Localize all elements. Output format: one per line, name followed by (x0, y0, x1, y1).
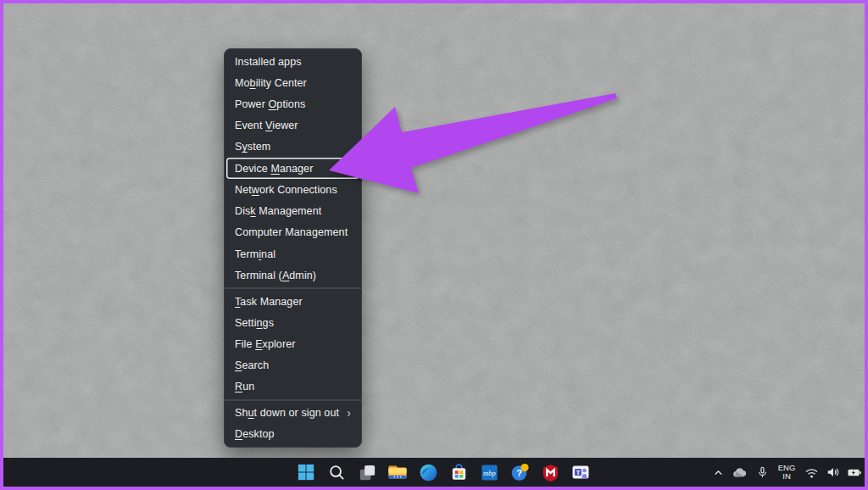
search-icon[interactable] (326, 462, 347, 482)
onedrive-icon[interactable] (732, 465, 749, 479)
menu-item-computer-management[interactable]: Computer Management (225, 222, 361, 243)
desktop: Installed appsMobility CenterPower Optio… (3, 3, 865, 487)
get-help-icon[interactable]: ? (509, 462, 530, 482)
menu-item-label: Search (235, 359, 269, 371)
menu-item-label: Terminal (235, 248, 275, 260)
menu-item-power-options[interactable]: Power Options (225, 93, 361, 114)
wifi-icon[interactable] (804, 466, 819, 479)
battery-icon[interactable] (847, 465, 863, 480)
submenu-chevron-icon: › (347, 407, 351, 419)
menu-item-installed-apps[interactable]: Installed apps (225, 51, 361, 72)
menu-item-label: Desktop (235, 428, 275, 440)
mbp-app-glyph: mbp (483, 468, 497, 476)
menu-item-label: Event Viewer (235, 120, 298, 131)
edge-icon[interactable] (418, 462, 438, 482)
menu-item-shut-down-or-sign-out[interactable]: Shut down or sign out› (225, 403, 361, 424)
microsoft-store-icon[interactable] (448, 462, 469, 482)
menu-item-run[interactable]: Run (225, 376, 361, 398)
menu-item-terminal-admin[interactable]: Terminal (Admin) (225, 264, 361, 286)
taskbar-app-icons: mbp ? (296, 458, 591, 487)
menu-item-label: Shut down or sign out (235, 407, 339, 419)
taskbar: mbp ? (3, 458, 865, 487)
menu-item-label: Settings (235, 317, 274, 329)
system-tray: ENG IN (712, 458, 863, 487)
menu-item-desktop[interactable]: Desktop (225, 424, 361, 445)
language-line2: IN (782, 472, 791, 482)
menu-item-label: System (235, 141, 270, 153)
menu-item-label: Terminal (Admin) (235, 270, 316, 281)
desktop-wallpaper (3, 3, 865, 487)
file-explorer-icon[interactable] (387, 462, 408, 482)
start-icon[interactable] (296, 462, 316, 482)
menu-item-network-connections[interactable]: Network Connections (225, 179, 361, 200)
volume-icon[interactable] (826, 465, 840, 479)
menu-item-device-manager[interactable]: Device Manager (226, 158, 359, 179)
teams-glyph: T (576, 469, 581, 476)
menu-item-search[interactable]: Search (225, 355, 361, 376)
menu-item-event-viewer[interactable]: Event Viewer (225, 115, 361, 136)
menu-item-label: Mobility Center (235, 77, 307, 89)
winx-menu: Installed appsMobility CenterPower Optio… (224, 48, 362, 448)
menu-item-label: Power Options (235, 98, 305, 110)
menu-separator (225, 287, 361, 289)
menu-item-label: Device Manager (235, 163, 313, 175)
teams-icon[interactable]: T (570, 462, 591, 482)
menu-item-label: Network Connections (235, 184, 337, 196)
menu-separator (225, 399, 361, 401)
microphone-icon[interactable] (756, 465, 769, 480)
language-indicator[interactable]: ENG IN (776, 464, 798, 482)
menu-item-disk-management[interactable]: Disk Management (225, 201, 361, 222)
menu-item-mobility-center[interactable]: Mobility Center (225, 72, 361, 93)
menu-item-settings[interactable]: Settings (225, 312, 361, 333)
screenshot-frame: Installed appsMobility CenterPower Optio… (0, 0, 868, 490)
mbp-app-icon[interactable]: mbp (479, 462, 499, 482)
menu-item-label: File Explorer (235, 338, 295, 350)
menu-item-system[interactable]: System (225, 136, 361, 158)
menu-item-label: Task Manager (235, 296, 303, 308)
task-view-icon[interactable] (357, 462, 377, 482)
menu-item-label: Run (235, 381, 254, 393)
menu-item-label: Computer Management (235, 226, 348, 238)
chevron-up-icon[interactable] (712, 466, 725, 479)
menu-item-label: Installed apps (235, 56, 302, 68)
menu-item-file-explorer[interactable]: File Explorer (225, 333, 361, 354)
menu-item-label: Disk Management (235, 205, 321, 217)
menu-item-task-manager[interactable]: Task Manager (225, 291, 361, 312)
mcafee-icon[interactable] (540, 462, 560, 482)
menu-item-terminal[interactable]: Terminal (225, 243, 361, 264)
